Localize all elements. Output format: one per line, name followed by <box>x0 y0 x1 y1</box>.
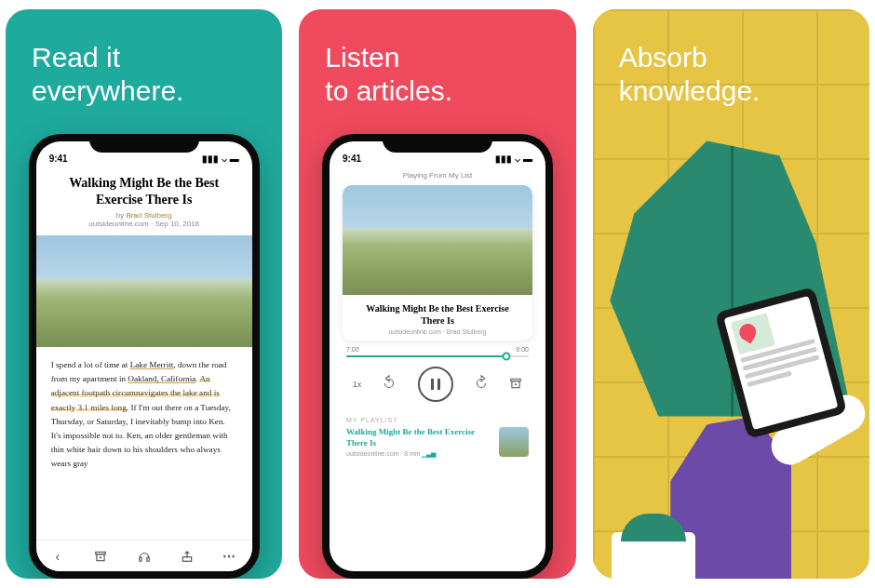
phone-notch <box>383 134 492 153</box>
more-button[interactable]: ⋯ <box>221 549 239 564</box>
source-date: outsideonline.com · Sep 10, 2018 <box>88 220 199 228</box>
archive-button[interactable] <box>91 550 110 563</box>
back-button[interactable]: ‹ <box>48 549 67 564</box>
phone-mockup: 9:41 ▮▮▮ ⌵ ▬ Walking Might Be the Best E… <box>29 134 260 579</box>
audio-wave-icon: ▁▃▅ <box>422 450 436 457</box>
article-title: Walking Might Be the Best Exercise There… <box>53 175 236 207</box>
progress-bar[interactable]: 7:00 8:00 <box>330 341 545 359</box>
phone-notch <box>89 134 199 153</box>
player-cover-image <box>343 185 532 295</box>
time-total: 8:00 <box>516 346 529 353</box>
wifi-icon: ⌵ <box>222 154 227 164</box>
share-button[interactable] <box>178 550 196 563</box>
signal-icon: ▮▮▮ <box>202 154 219 164</box>
promo-panel-absorb: Absorb knowledge. <box>593 9 869 579</box>
playlist-item[interactable]: Walking Might Be the Best Exercise There… <box>330 425 545 465</box>
app-screen-player: 9:41 ▮▮▮ ⌵ ▬ Playing From My List Walkin… <box>330 141 545 571</box>
link-lake-merritt[interactable]: Lake Merritt <box>130 360 174 369</box>
skip-forward-icon[interactable] <box>473 375 490 394</box>
panel-title: Listen to articles. <box>299 9 575 127</box>
tablet-screen <box>724 296 839 430</box>
article-header: Walking Might Be the Best Exercise There… <box>36 166 252 235</box>
app-screen-article: 9:41 ▮▮▮ ⌵ ▬ Walking Might Be the Best E… <box>36 141 252 571</box>
article-toolbar: ‹ ⋯ <box>36 540 252 571</box>
playlist-label: MY PLAYLIST <box>330 411 545 425</box>
status-icons: ▮▮▮ ⌵ ▬ <box>202 154 239 164</box>
status-icons: ▮▮▮ ⌵ ▬ <box>495 154 532 164</box>
player-card: Walking Might Be the Best Exercise There… <box>343 185 532 341</box>
article-hero-image <box>36 235 252 347</box>
player-controls: 1x <box>330 359 545 411</box>
battery-icon: ▬ <box>230 154 239 164</box>
app-store-screenshot-gallery: Read it everywhere. 9:41 ▮▮▮ ⌵ ▬ Walking… <box>0 0 875 588</box>
panel-title: Absorb knowledge. <box>593 9 869 127</box>
player-byline: outsideonline.com · Brad Stulberg <box>343 328 532 341</box>
article-body: I spend a lot of time at Lake Merritt, d… <box>36 347 252 474</box>
player-title: Walking Might Be the Best Exercise There… <box>343 295 532 328</box>
playlist-item-sub: outsideonline.com · 8 min ▁▃▅ <box>346 450 491 458</box>
wifi-icon: ⌵ <box>515 154 520 164</box>
author-link[interactable]: Brad Stulberg <box>127 211 172 220</box>
svg-rect-3 <box>147 557 149 561</box>
tablet-image-icon <box>731 313 775 354</box>
playlist-item-thumbnail <box>499 427 529 457</box>
archive-button[interactable] <box>509 377 522 392</box>
scrubber-thumb[interactable] <box>503 353 511 361</box>
skip-back-icon[interactable] <box>381 375 397 394</box>
svg-rect-2 <box>139 557 141 561</box>
promo-panel-read-everywhere: Read it everywhere. 9:41 ▮▮▮ ⌵ ▬ Walking… <box>6 9 282 579</box>
signal-icon: ▮▮▮ <box>495 154 512 164</box>
article-byline: by Brad Stulberg outsideonline.com · Sep… <box>53 211 236 228</box>
pause-button[interactable] <box>418 367 453 402</box>
player-subtitle: Playing From My List <box>330 166 545 185</box>
link-oakland[interactable]: Oakland, California <box>128 374 195 383</box>
promo-panel-listen: Listen to articles. 9:41 ▮▮▮ ⌵ ▬ Playing… <box>299 9 575 579</box>
status-time: 9:41 <box>49 154 68 164</box>
battery-icon: ▬ <box>523 154 532 164</box>
listen-button[interactable] <box>135 550 154 563</box>
speed-button[interactable]: 1x <box>353 380 362 389</box>
time-current: 7:00 <box>346 346 359 353</box>
plant-pot-illustration <box>612 532 695 579</box>
phone-mockup: 9:41 ▮▮▮ ⌵ ▬ Playing From My List Walkin… <box>322 134 553 579</box>
status-time: 9:41 <box>343 154 361 164</box>
panel-title: Read it everywhere. <box>6 9 282 127</box>
playlist-item-title: Walking Might Be the Best Exercise There… <box>346 427 491 448</box>
